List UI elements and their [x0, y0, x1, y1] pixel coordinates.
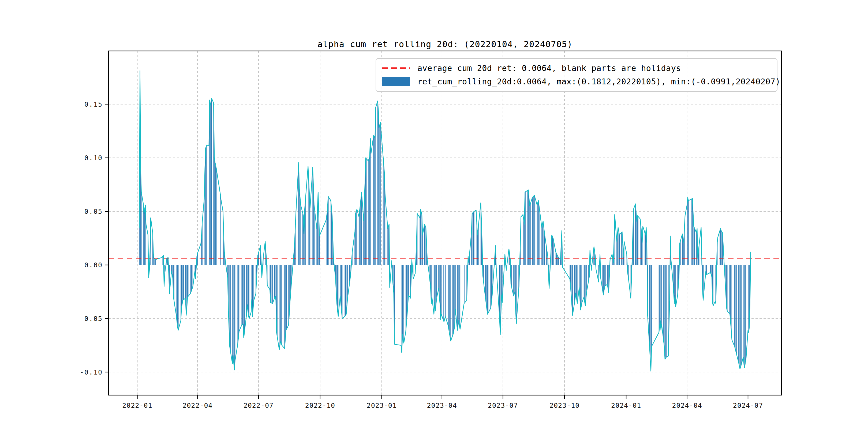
bar: [207, 145, 207, 265]
bar: [329, 197, 329, 265]
bar: [155, 259, 156, 265]
bar: [687, 197, 688, 265]
bar: [359, 211, 360, 265]
bar: [434, 265, 435, 303]
y-tick-label: 0.15: [84, 100, 103, 108]
bar: [528, 190, 529, 265]
bar: [665, 265, 665, 359]
bar: [722, 232, 722, 265]
bar: [735, 265, 736, 349]
bar: [651, 265, 652, 346]
bar: [649, 265, 650, 346]
bar: [581, 265, 582, 306]
bar: [720, 228, 721, 265]
bar: [575, 265, 575, 303]
bar: [342, 265, 342, 318]
bar: [377, 101, 378, 265]
bar: [286, 265, 287, 329]
bar: [541, 227, 542, 265]
bar: [211, 98, 212, 265]
bar: [535, 198, 535, 265]
bar: [242, 265, 242, 325]
bar: [490, 265, 491, 309]
bar: [230, 265, 231, 351]
bar: [238, 265, 239, 338]
bar: [275, 265, 275, 296]
bar: [237, 265, 237, 348]
x-tick-label: 2023-07: [488, 402, 518, 409]
bar: [155, 259, 155, 265]
bar: [560, 259, 561, 265]
bar: [248, 265, 249, 315]
bar: [539, 206, 539, 265]
bar: [737, 265, 737, 354]
bar: [371, 154, 371, 265]
bar: [420, 209, 421, 265]
bar: [448, 265, 448, 325]
bar: [191, 265, 192, 291]
bar: [543, 221, 543, 265]
bar: [683, 238, 683, 265]
bar: [360, 205, 361, 265]
blue-bar-patch-icon: [382, 77, 410, 86]
bar: [524, 224, 525, 265]
bar: [575, 265, 576, 298]
bar: [525, 191, 526, 265]
bar: [143, 204, 144, 265]
bar: [406, 265, 407, 323]
legend-label-average: average cum 20d ret: 0.0064, blank parts…: [417, 63, 681, 73]
bar: [299, 189, 300, 265]
bar: [544, 227, 544, 265]
bar: [232, 265, 233, 364]
bar: [214, 157, 215, 265]
bar: [459, 265, 460, 325]
bar: [666, 265, 666, 357]
bar: [748, 265, 748, 330]
bar: [182, 265, 182, 304]
bar: [616, 241, 617, 265]
bar: [713, 265, 713, 306]
x-tick-label: 2023-01: [367, 402, 397, 409]
bar: [584, 265, 584, 297]
bar: [154, 258, 154, 265]
bar: [744, 265, 745, 368]
bar: [554, 242, 554, 265]
bar: [515, 265, 515, 292]
x-tick-label: 2024-07: [733, 402, 763, 409]
bar: [746, 265, 746, 359]
bar: [347, 265, 348, 298]
x-tick-label: 2023-04: [427, 402, 457, 409]
bar: [514, 265, 515, 294]
bar: [253, 265, 254, 300]
bar: [698, 258, 698, 265]
bar: [375, 137, 375, 265]
bar: [553, 238, 554, 265]
bar: [355, 232, 355, 265]
bar: [720, 231, 720, 265]
bar: [171, 265, 172, 271]
bar: [645, 235, 646, 265]
bar: [621, 232, 622, 265]
bar: [683, 243, 684, 265]
bar: [582, 265, 582, 303]
bar: [346, 265, 346, 314]
bar: [527, 190, 528, 265]
bar: [730, 265, 730, 314]
bar: [326, 220, 326, 265]
bar: [274, 265, 275, 298]
bar: [270, 265, 270, 289]
bar: [455, 265, 456, 309]
bar: [191, 265, 191, 292]
bar: [195, 265, 195, 271]
bar: [285, 265, 286, 339]
bar: [388, 228, 388, 265]
bar: [233, 265, 233, 355]
bar: [441, 265, 441, 314]
bar: [192, 265, 193, 288]
bar: [623, 256, 624, 265]
bar: [406, 265, 406, 331]
bar: [473, 212, 474, 265]
bar: [300, 205, 301, 265]
bar: [530, 204, 531, 265]
bar: [557, 255, 558, 265]
